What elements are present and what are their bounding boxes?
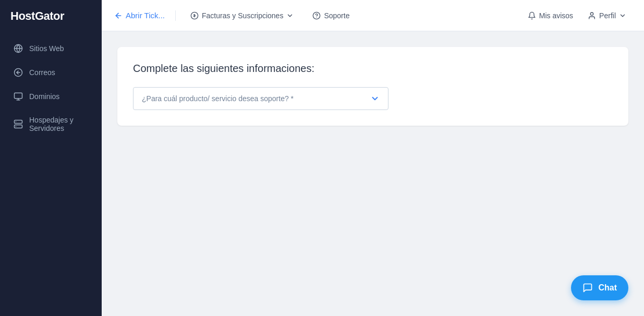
topbar-avisos[interactable]: Mis avisos [523,8,578,23]
globe-icon [14,44,23,53]
form-card: Complete las siguientes informaciones: ¿… [117,47,628,126]
dollar-icon [190,11,199,20]
chat-label: Chat [598,283,617,293]
sidebar-item-label: Correos [29,68,55,77]
topbar-soporte[interactable]: Soporte [308,8,354,23]
page-content: Complete las siguientes informaciones: ¿… [102,31,644,316]
topbar-right: Mis avisos Perfil [523,8,631,23]
sidebar-item-hospedajes[interactable]: Hospedajes y Servidores [6,110,95,139]
svg-point-16 [590,13,593,15]
product-dropdown[interactable]: ¿Para cuál producto/ servicio desea sopo… [133,87,388,110]
bell-icon [528,11,536,20]
sidebar: HostGator Sitios Web Correos [0,0,102,316]
card-title: Complete las siguientes informaciones: [133,63,613,75]
chat-button[interactable]: Chat [571,275,628,300]
avisos-label: Mis avisos [539,11,573,20]
sidebar-item-label: Sitios Web [29,44,64,53]
logo-text: HostGator [10,9,64,22]
sidebar-item-label: Hospedajes y Servidores [29,116,88,132]
chevron-down-icon [619,12,626,19]
topbar-divider [175,10,176,21]
chevron-down-icon [370,94,380,103]
back-arrow-icon [114,11,123,20]
back-label: Abrir Tick... [126,11,165,20]
help-circle-icon [312,11,321,20]
sidebar-item-label: Dominios [29,92,59,101]
domain-icon [14,92,23,101]
mail-icon [14,68,23,77]
topbar-facturas[interactable]: Facturas y Suscripciones [186,8,298,23]
topbar: Abrir Tick... Facturas y Suscripciones S… [102,0,644,31]
chevron-down-icon [286,12,294,19]
soporte-label: Soporte [324,11,349,20]
sidebar-logo: HostGator [0,0,102,32]
user-icon [588,11,596,20]
facturas-label: Facturas y Suscripciones [202,11,283,20]
sidebar-item-sitios-web[interactable]: Sitios Web [6,38,95,59]
dropdown-placeholder: ¿Para cuál producto/ servicio desea sopo… [142,94,294,103]
back-button[interactable]: Abrir Tick... [114,11,165,20]
main-content: Abrir Tick... Facturas y Suscripciones S… [102,0,644,316]
sidebar-item-dominios[interactable]: Dominios [6,86,95,107]
sidebar-nav: Sitios Web Correos Dominios [0,38,102,139]
sidebar-item-correos[interactable]: Correos [6,62,95,83]
server-icon [14,119,23,129]
svg-rect-4 [15,93,22,99]
perfil-label: Perfil [599,11,616,20]
topbar-perfil[interactable]: Perfil [582,8,631,23]
chat-icon [582,283,593,293]
